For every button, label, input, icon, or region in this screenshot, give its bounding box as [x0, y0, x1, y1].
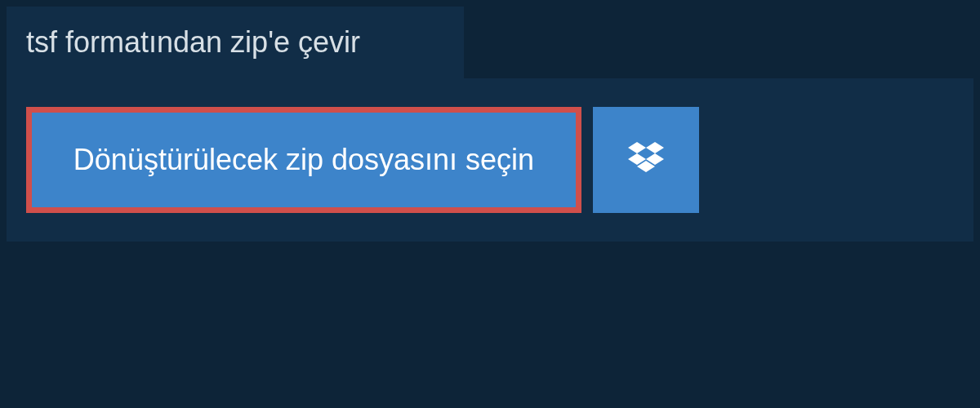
- page-title: tsf formatından zip'e çevir: [26, 25, 360, 60]
- upload-panel: Dönüştürülecek zip dosyasını seçin: [7, 78, 973, 242]
- tab-header: tsf formatından zip'e çevir: [7, 7, 464, 78]
- select-file-button-label: Dönüştürülecek zip dosyasını seçin: [74, 143, 534, 177]
- dropbox-upload-button[interactable]: [593, 107, 699, 213]
- dropbox-icon: [628, 142, 664, 178]
- select-file-button[interactable]: Dönüştürülecek zip dosyasını seçin: [26, 107, 581, 213]
